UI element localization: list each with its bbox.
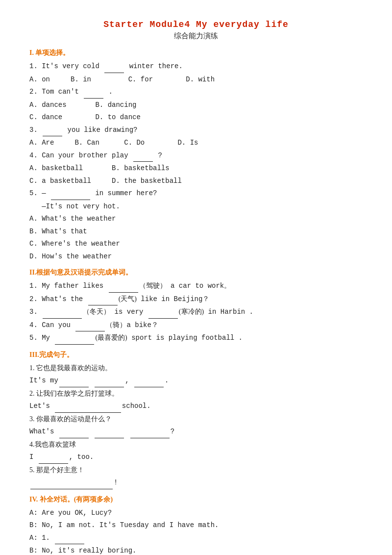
section-III-questions: 1. 它也是我最喜欢的运动。 It's my , . 2. 让我们在放学之后打篮… — [29, 362, 363, 489]
dialogue-line-2: B: No, I am not. It's Tuesday and I have… — [29, 519, 363, 531]
q-II-2: 2. What's the (天气) like in Beijing？ — [29, 293, 363, 306]
q-III-3-cn: 3. 你最喜欢的运动是什么？ — [29, 413, 363, 426]
section-IV-dialogue: A: Are you OK, Lucy? B: No, I am not. It… — [29, 507, 363, 555]
page-title: Starter Module4 My everyday life — [29, 20, 363, 29]
q-II-3: 3. （冬天） is very (寒冷的) in Harbin . — [29, 306, 363, 319]
q-III-4-cn: 4.我也喜欢篮球 — [29, 439, 363, 451]
q5-optA: A. What's the weather — [29, 213, 363, 225]
q2: 2. Tom can't . — [29, 86, 363, 99]
blank — [88, 293, 118, 306]
q3: 3. you like drawing? — [29, 124, 363, 137]
blank — [55, 400, 121, 413]
q-III-5-en: ! — [29, 477, 363, 489]
q-III-1-en: It's my , . — [29, 375, 363, 387]
blank — [55, 532, 84, 545]
q5-optB: B. What's that — [29, 226, 363, 238]
q-III-2-en: Let's school. — [29, 400, 363, 413]
blank — [133, 150, 153, 162]
blank — [109, 280, 138, 293]
q5-text2: —It's not very hot. — [29, 201, 363, 213]
blank — [30, 477, 113, 489]
blank — [59, 426, 89, 438]
blank — [75, 319, 105, 332]
q-III-2-cn: 2. 让我们在放学之后打篮球。 — [29, 388, 363, 400]
q-II-5: 5. My (最喜爱的) sport is playing football . — [29, 332, 363, 345]
q-III-5-cn: 5. 那是个好主意！ — [29, 464, 363, 477]
q4: 4. Can your brother play ? — [29, 150, 363, 162]
blank — [51, 187, 90, 200]
blank — [148, 306, 178, 319]
q4-optA: A. basketball B. basketballs — [29, 162, 363, 175]
blank — [59, 375, 89, 387]
blank — [84, 86, 103, 99]
blank — [43, 306, 82, 319]
section-III-header: III.完成句子。 — [29, 351, 363, 359]
q-III-4-en: I , too. — [29, 451, 363, 464]
section-IV-header: IV. 补全对话。(有两项多余) — [29, 495, 363, 504]
dialogue-line-1: A: Are you OK, Lucy? — [29, 507, 363, 519]
q1: 1. It's very cold winter there. — [29, 60, 363, 73]
q4-optB: C. a basketball D. the basketball — [29, 175, 363, 187]
dialogue-line-4: B: No, it's really boring. — [29, 545, 363, 555]
section-I-questions: 1. It's very cold winter there. A. on B.… — [29, 60, 363, 262]
blank — [104, 60, 124, 73]
q3-options: A. Are B. Can C. Do D. Is — [29, 137, 363, 149]
q2-optB: C. dance D. to dance — [29, 111, 363, 124]
q-II-4: 4. Can you （骑）a bike？ — [29, 319, 363, 332]
q5: 5. — in summer here? — [29, 187, 363, 200]
page-subtitle: 综合能力演练 — [29, 31, 363, 41]
q-II-1: 1. My father likes （驾驶） a car to work。 — [29, 280, 363, 293]
q5-optC: C. Where's the weather — [29, 238, 363, 250]
dialogue-line-3: A: 1. — [29, 532, 363, 545]
blank — [39, 451, 68, 464]
q1-options: A. on B. in C. for D. with — [29, 74, 363, 86]
q5-optD: D. How's the weather — [29, 251, 363, 263]
section-II-questions: 1. My father likes （驾驶） a car to work。 2… — [29, 280, 363, 345]
blank — [134, 375, 164, 387]
blank — [130, 426, 170, 438]
blank — [95, 426, 124, 438]
q-III-1-cn: 1. 它也是我最喜欢的运动。 — [29, 362, 363, 375]
blank — [43, 124, 62, 137]
section-II-header: II.根据句意及汉语提示完成单词。 — [29, 268, 363, 277]
section-I-header: I. 单项选择。 — [29, 49, 363, 57]
blank — [55, 332, 94, 345]
q2-optA: A. dances B. dancing — [29, 99, 363, 111]
blank — [95, 375, 124, 387]
q-III-3-en: What's ? — [29, 426, 363, 438]
